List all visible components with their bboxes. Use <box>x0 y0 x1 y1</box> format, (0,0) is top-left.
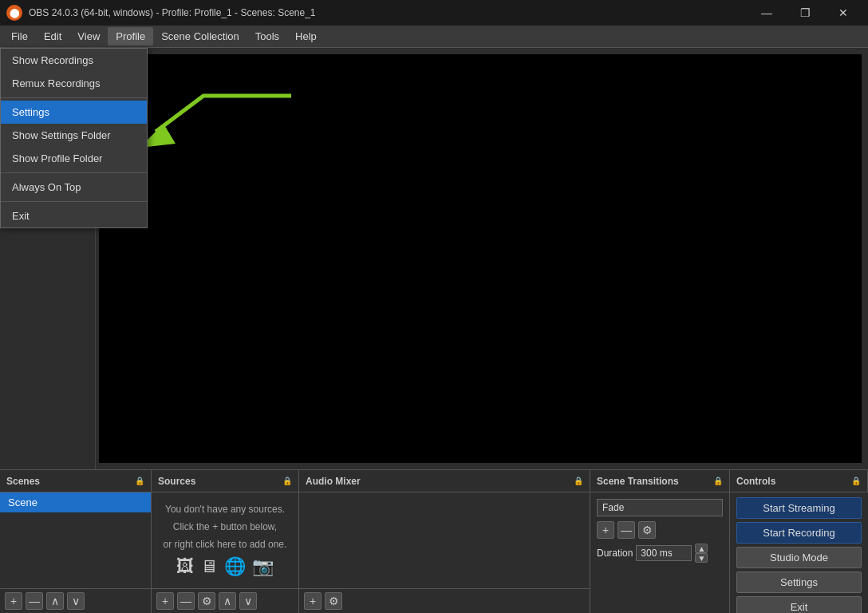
transition-type-select[interactable]: Fade Cut Swipe Slide Stinger Luma Wipe <box>597 499 723 516</box>
menu-file[interactable]: File <box>3 27 36 45</box>
sources-empty-line3: or right click here to add one. <box>164 539 287 550</box>
controls-header-label: Controls <box>736 476 775 487</box>
settings-button[interactable]: Settings <box>736 571 862 593</box>
menu-profile[interactable]: Profile <box>108 27 153 45</box>
scene-item-scene1[interactable]: Scene <box>0 492 151 512</box>
panel-contents: Scene + — ∧ ∨ You don't have any sources… <box>0 492 868 613</box>
audio-header-label: Audio Mixer <box>306 476 361 487</box>
menu-item-always-on-top[interactable]: Always On Top <box>1 176 147 199</box>
audio-lock-icon[interactable]: 🔒 <box>574 477 583 485</box>
transition-settings-button[interactable]: ⚙ <box>638 521 656 539</box>
dropdown-separator-3 <box>1 201 147 202</box>
scenes-remove-button[interactable]: — <box>26 592 43 610</box>
audio-mixer-panel: + ⚙ <box>299 492 590 613</box>
exit-button[interactable]: Exit <box>736 596 862 613</box>
sources-settings-button[interactable]: ⚙ <box>198 592 215 610</box>
minimize-button[interactable]: — <box>748 0 785 26</box>
dropdown-separator-2 <box>1 172 147 173</box>
menu-item-settings[interactable]: Settings <box>1 101 147 124</box>
menu-view[interactable]: View <box>69 27 108 45</box>
preview-canvas <box>99 54 862 463</box>
menu-item-show-settings-folder[interactable]: Show Settings Folder <box>1 124 147 147</box>
scenes-lock-icon[interactable]: 🔒 <box>135 477 144 485</box>
browser-source-icon: 🌐 <box>224 556 246 577</box>
scenes-header-label: Scenes <box>6 476 40 487</box>
transition-select-wrapper: Fade Cut Swipe Slide Stinger Luma Wipe <box>597 499 723 516</box>
scene-transitions-panel: Fade Cut Swipe Slide Stinger Luma Wipe +… <box>590 492 730 613</box>
menu-help[interactable]: Help <box>287 27 325 45</box>
transitions-content: Fade Cut Swipe Slide Stinger Luma Wipe +… <box>590 492 729 613</box>
sources-empty-line2: Click the + button below, <box>173 521 277 532</box>
bottom-panel: Scenes 🔒 Sources 🔒 Audio Mixer 🔒 Scene T… <box>0 469 868 613</box>
sources-panel-header: Sources 🔒 <box>152 470 299 492</box>
duration-up-button[interactable]: ▲ <box>695 544 708 553</box>
window-controls: — ❐ ✕ <box>748 0 862 26</box>
file-dropdown-menu: Show Recordings Remux Recordings Setting… <box>0 48 148 228</box>
scenes-up-button[interactable]: ∧ <box>46 592 64 610</box>
duration-input[interactable] <box>636 545 692 561</box>
controls-panel-header: Controls 🔒 <box>730 470 868 492</box>
titlebar: ⬤ OBS 24.0.3 (64-bit, windows) - Profile… <box>0 0 868 26</box>
duration-down-button[interactable]: ▼ <box>695 553 708 563</box>
transitions-lock-icon[interactable]: 🔒 <box>713 477 723 485</box>
transition-remove-button[interactable]: — <box>617 521 635 539</box>
source-icons-row: 🖼 🖥 🌐 📷 <box>176 556 274 577</box>
app-icon: ⬤ <box>6 5 22 21</box>
menu-item-show-profile-folder[interactable]: Show Profile Folder <box>1 147 147 170</box>
controls-lock-icon[interactable]: 🔒 <box>851 477 861 485</box>
sources-down-button[interactable]: ∨ <box>239 592 257 610</box>
scenes-list: Scene <box>0 492 151 588</box>
close-button[interactable]: ✕ <box>825 0 862 26</box>
sources-add-button[interactable]: + <box>156 592 174 610</box>
audio-add-button[interactable]: + <box>304 592 322 610</box>
studio-mode-button[interactable]: Studio Mode <box>736 547 862 568</box>
sources-header-label: Sources <box>158 476 195 487</box>
camera-source-icon: 📷 <box>252 556 274 577</box>
sources-up-button[interactable]: ∧ <box>219 592 236 610</box>
monitor-source-icon: 🖥 <box>200 556 218 577</box>
dropdown-separator-1 <box>1 97 147 98</box>
image-source-icon: 🖼 <box>176 556 194 577</box>
start-streaming-button[interactable]: Start Streaming <box>736 497 862 519</box>
menu-item-exit[interactable]: Exit <box>1 204 147 227</box>
window-title: OBS 24.0.3 (64-bit, windows) - Profile: … <box>29 7 748 18</box>
menu-tools[interactable]: Tools <box>247 27 287 45</box>
audio-panel-header: Audio Mixer 🔒 <box>299 470 590 492</box>
sources-empty-message: You don't have any sources. Click the + … <box>152 492 298 588</box>
menubar: File Edit View Profile Scene Collection … <box>0 26 868 48</box>
audio-footer: + ⚙ <box>299 588 590 613</box>
duration-label: Duration <box>597 548 633 559</box>
scenes-panel-header: Scenes 🔒 <box>0 470 152 492</box>
scenes-footer: + — ∧ ∨ <box>0 588 151 613</box>
scenes-panel: Scene + — ∧ ∨ <box>0 492 152 613</box>
duration-row: Duration ▲ ▼ <box>597 544 723 563</box>
controls-panel: Start Streaming Start Recording Studio M… <box>730 492 868 613</box>
audio-content <box>299 492 590 588</box>
transitions-toolbar: + — ⚙ <box>597 521 723 539</box>
transitions-header-label: Scene Transitions <box>597 476 679 487</box>
start-recording-button[interactable]: Start Recording <box>736 522 862 544</box>
menu-item-remux-recordings[interactable]: Remux Recordings <box>1 72 147 95</box>
panel-headers: Scenes 🔒 Sources 🔒 Audio Mixer 🔒 Scene T… <box>0 470 868 492</box>
preview-wrapper <box>96 48 868 469</box>
scenes-down-button[interactable]: ∨ <box>67 592 85 610</box>
menu-scene-collection[interactable]: Scene Collection <box>153 27 247 45</box>
transition-add-button[interactable]: + <box>597 521 614 539</box>
scenes-add-button[interactable]: + <box>5 592 22 610</box>
sources-footer: + — ⚙ ∧ ∨ <box>152 588 298 613</box>
transitions-panel-header: Scene Transitions 🔒 <box>590 470 730 492</box>
sources-remove-button[interactable]: — <box>177 592 195 610</box>
sources-empty-line1: You don't have any sources. <box>165 504 285 515</box>
sources-lock-icon[interactable]: 🔒 <box>282 477 292 485</box>
audio-settings-button[interactable]: ⚙ <box>325 592 342 610</box>
menu-edit[interactable]: Edit <box>36 27 69 45</box>
sources-panel: You don't have any sources. Click the + … <box>152 492 299 613</box>
maximize-button[interactable]: ❐ <box>787 0 823 26</box>
menu-item-show-recordings[interactable]: Show Recordings <box>1 49 147 72</box>
